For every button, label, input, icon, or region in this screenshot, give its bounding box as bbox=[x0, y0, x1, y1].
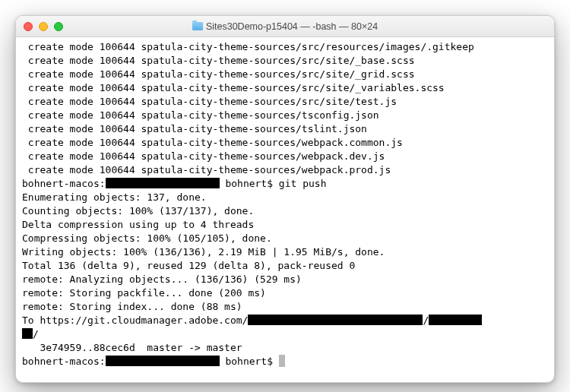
prompt-line: bohnert-macos: bohnert$ git push bbox=[22, 177, 548, 191]
output-line: Delta compression using up to 4 threads bbox=[22, 218, 548, 232]
output-line: create mode 100644 spatula-city-theme-so… bbox=[22, 68, 548, 81]
cursor bbox=[279, 355, 285, 367]
output-line: create mode 100644 spatula-city-theme-so… bbox=[22, 54, 548, 68]
output-line: Counting objects: 100% (137/137), done. bbox=[22, 204, 548, 218]
window-title-text: Sites30Demo-p15404 — -bash — 80×24 bbox=[206, 21, 378, 32]
prompt-line: bohnert-macos: bohnert$ bbox=[22, 355, 548, 368]
output-line: Enumerating objects: 137, done. bbox=[22, 191, 548, 204]
output-line: remote: Storing packfile... done (200 ms… bbox=[22, 286, 548, 300]
output-line: create mode 100644 spatula-city-theme-so… bbox=[22, 122, 548, 136]
titlebar[interactable]: Sites30Demo-p15404 — -bash — 80×24 bbox=[16, 16, 554, 37]
output-line: create mode 100644 spatula-city-theme-so… bbox=[22, 163, 548, 177]
close-icon[interactable] bbox=[24, 22, 33, 31]
output-line: create mode 100644 spatula-city-theme-so… bbox=[22, 81, 548, 95]
redacted-text bbox=[106, 356, 220, 366]
terminal-body[interactable]: create mode 100644 spatula-city-theme-so… bbox=[16, 37, 554, 382]
output-line: To https://git.cloudmanager.adobe.com// bbox=[22, 314, 548, 327]
redacted-text bbox=[106, 178, 220, 188]
output-line: 3e74959..88cec6d master -> master bbox=[22, 341, 548, 355]
folder-icon bbox=[192, 22, 203, 30]
output-line: create mode 100644 spatula-city-theme-so… bbox=[22, 150, 548, 163]
output-line: Total 136 (delta 9), reused 129 (delta 8… bbox=[22, 259, 548, 273]
redacted-text bbox=[22, 328, 33, 339]
output-line: Compressing objects: 100% (105/105), don… bbox=[22, 232, 548, 245]
output-line: create mode 100644 spatula-city-theme-so… bbox=[22, 109, 548, 122]
redacted-text bbox=[248, 315, 423, 325]
output-line: / bbox=[22, 327, 548, 341]
output-line: remote: Storing index... done (88 ms) bbox=[22, 300, 548, 314]
output-line: create mode 100644 spatula-city-theme-so… bbox=[22, 95, 548, 109]
output-line: Writing objects: 100% (136/136), 2.19 Mi… bbox=[22, 245, 548, 259]
window-title: Sites30Demo-p15404 — -bash — 80×24 bbox=[16, 21, 554, 32]
redacted-text bbox=[429, 315, 482, 325]
output-line: remote: Analyzing objects... (136/136) (… bbox=[22, 273, 548, 286]
traffic-lights bbox=[24, 22, 63, 31]
output-line: create mode 100644 spatula-city-theme-so… bbox=[22, 40, 548, 54]
minimize-icon[interactable] bbox=[39, 22, 48, 31]
zoom-icon[interactable] bbox=[54, 22, 63, 31]
output-line: create mode 100644 spatula-city-theme-so… bbox=[22, 136, 548, 150]
terminal-window: Sites30Demo-p15404 — -bash — 80×24 creat… bbox=[15, 15, 555, 383]
